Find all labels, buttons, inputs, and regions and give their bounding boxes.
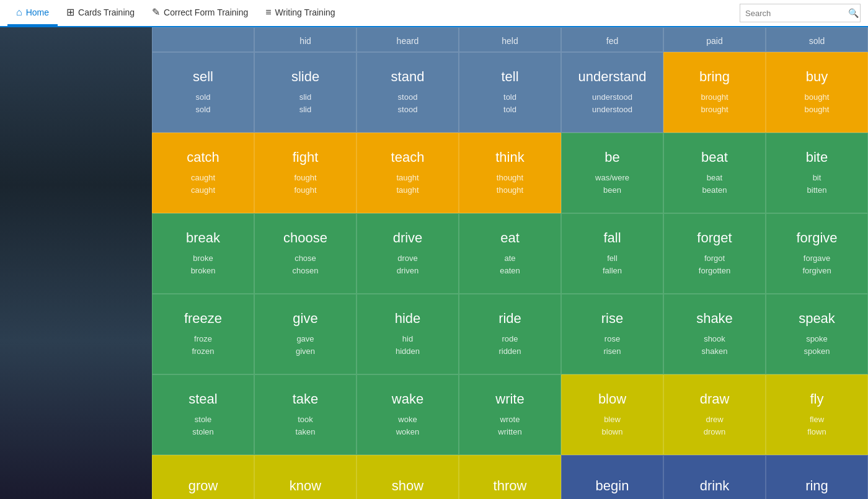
- card-2-3[interactable]: eatateeaten: [459, 213, 561, 294]
- card-1-6[interactable]: bitebitbitten: [766, 133, 868, 213]
- nav-cards-label: Cards Training: [78, 7, 135, 17]
- card-4-5[interactable]: drawdrewdrown: [663, 374, 766, 455]
- card-3-2[interactable]: hidehidhidden: [356, 294, 459, 374]
- card-top-5[interactable]: paid: [663, 27, 766, 52]
- main-area: hidheardheldfedpaidsoldsellsoldsoldslide…: [0, 27, 868, 499]
- card-4-0[interactable]: stealstolestolen: [152, 374, 254, 455]
- card-3-1[interactable]: givegavegiven: [254, 294, 356, 374]
- nav-correct[interactable]: ✎ Correct Form Training: [143, 0, 257, 26]
- card-0-2[interactable]: standstoodstood: [356, 52, 459, 133]
- card-top-1[interactable]: hid: [254, 27, 356, 52]
- nav-cards[interactable]: ⊞ Cards Training: [58, 0, 143, 26]
- card-2-6[interactable]: forgiveforgaveforgiven: [766, 213, 868, 294]
- card-2-0[interactable]: breakbrokebroken: [152, 213, 254, 294]
- nav-home[interactable]: ⌂ Home: [7, 0, 58, 26]
- nav-home-label: Home: [26, 7, 49, 17]
- search-button[interactable]: 🔍: [844, 8, 862, 18]
- card-5-0[interactable]: growgrew: [152, 455, 254, 499]
- card-4-6[interactable]: flyflewflown: [766, 374, 868, 455]
- card-3-3[interactable]: rideroderidden: [459, 294, 561, 374]
- card-5-3[interactable]: throwthrew: [459, 455, 561, 499]
- card-5-2[interactable]: showshowed: [356, 455, 459, 499]
- card-top-6[interactable]: sold: [766, 27, 868, 52]
- card-4-4[interactable]: blowblewblown: [561, 374, 663, 455]
- nav-correct-label: Correct Form Training: [164, 7, 248, 17]
- card-2-2[interactable]: drivedrovedriven: [356, 213, 459, 294]
- card-0-3[interactable]: telltoldtold: [459, 52, 561, 133]
- card-1-4[interactable]: bewas/werebeen: [561, 133, 663, 213]
- card-2-5[interactable]: forgetforgotforgotten: [663, 213, 766, 294]
- card-1-0[interactable]: catchcaughtcaught: [152, 133, 254, 213]
- card-0-1[interactable]: slideslidslid: [254, 52, 356, 133]
- card-top-4[interactable]: fed: [561, 27, 663, 52]
- card-5-4[interactable]: beginbegan: [561, 455, 663, 499]
- correct-icon: ✎: [152, 6, 160, 18]
- cards-grid-container: hidheardheldfedpaidsoldsellsoldsoldslide…: [152, 27, 868, 499]
- card-3-0[interactable]: freezefrozefrozen: [152, 294, 254, 374]
- card-top-0[interactable]: [152, 27, 254, 52]
- card-1-2[interactable]: teachtaughttaught: [356, 133, 459, 213]
- card-4-3[interactable]: writewrotewritten: [459, 374, 561, 455]
- home-icon: ⌂: [16, 7, 22, 18]
- writing-icon: ≡: [265, 7, 271, 18]
- card-top-2[interactable]: heard: [356, 27, 459, 52]
- search-box: 🔍: [740, 4, 861, 22]
- card-0-0[interactable]: sellsoldsold: [152, 52, 254, 133]
- search-input[interactable]: [740, 9, 844, 18]
- card-5-1[interactable]: knowknew: [254, 455, 356, 499]
- card-0-6[interactable]: buyboughtbought: [766, 52, 868, 133]
- card-2-4[interactable]: fallfellfallen: [561, 213, 663, 294]
- cards-grid: hidheardheldfedpaidsoldsellsoldsoldslide…: [152, 27, 868, 499]
- card-1-5[interactable]: beatbeatbeaten: [663, 133, 766, 213]
- card-3-4[interactable]: riseroserisen: [561, 294, 663, 374]
- card-1-3[interactable]: thinkthoughtthought: [459, 133, 561, 213]
- nav-writing[interactable]: ≡ Writing Training: [257, 0, 343, 26]
- card-4-2[interactable]: wakewokewoken: [356, 374, 459, 455]
- card-0-5[interactable]: bringbroughtbrought: [663, 52, 766, 133]
- card-5-5[interactable]: drinkdrank: [663, 455, 766, 499]
- card-3-6[interactable]: speakspokespoken: [766, 294, 868, 374]
- cards-icon: ⊞: [66, 6, 74, 18]
- card-5-6[interactable]: ringrang: [766, 455, 868, 499]
- card-4-1[interactable]: taketooktaken: [254, 374, 356, 455]
- card-2-1[interactable]: choosechosechosen: [254, 213, 356, 294]
- card-top-3[interactable]: held: [459, 27, 561, 52]
- card-1-1[interactable]: fightfoughtfought: [254, 133, 356, 213]
- navbar: ⌂ Home ⊞ Cards Training ✎ Correct Form T…: [0, 0, 868, 27]
- card-0-4[interactable]: understandunderstoodunderstood: [561, 52, 663, 133]
- nav-writing-label: Writing Training: [275, 7, 335, 17]
- card-3-5[interactable]: shakeshookshaken: [663, 294, 766, 374]
- background-image: [0, 27, 152, 499]
